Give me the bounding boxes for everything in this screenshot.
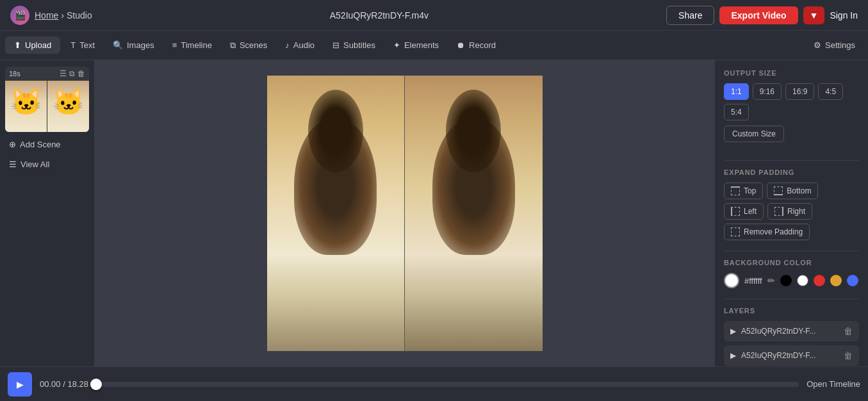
upload-button[interactable]: ⬆ Upload bbox=[5, 37, 60, 54]
scene-list-icon[interactable]: ☰ bbox=[60, 69, 67, 78]
scenes-icon: ⧉ bbox=[230, 40, 236, 51]
scenes-button[interactable]: ⧉ Scenes bbox=[222, 37, 275, 54]
ratio-5-4[interactable]: 5:4 bbox=[724, 104, 749, 120]
padding-top-icon bbox=[731, 186, 740, 195]
ratio-1-1[interactable]: 1:1 bbox=[724, 83, 749, 100]
video-left bbox=[267, 76, 405, 351]
padding-left-icon bbox=[731, 207, 740, 216]
breadcrumb-current: Studio bbox=[67, 10, 92, 20]
swatch-orange[interactable] bbox=[830, 275, 842, 286]
breadcrumb-separator: › bbox=[61, 10, 64, 20]
ratio-4-5[interactable]: 4:5 bbox=[818, 83, 843, 100]
export-video-button[interactable]: Export Video bbox=[719, 6, 798, 24]
scene-copy-icon[interactable]: ⧉ bbox=[69, 69, 75, 78]
upload-icon: ⬆ bbox=[14, 40, 21, 50]
bg-color-picker[interactable] bbox=[724, 273, 739, 288]
subtitles-icon: ⊟ bbox=[332, 40, 340, 50]
padding-top-button[interactable]: Top bbox=[724, 183, 763, 199]
cat-frame-left bbox=[267, 76, 405, 351]
top-bar-right: Share Export Video ▼ Sign In bbox=[666, 6, 858, 25]
thumb-left bbox=[5, 81, 47, 132]
bg-color-section: #ffffff ✏ bbox=[724, 273, 859, 288]
toolbar-right: ⚙ Settings bbox=[806, 37, 863, 54]
eyedropper-icon[interactable]: ✏ bbox=[767, 275, 775, 286]
thumb-img-container bbox=[5, 81, 89, 132]
elements-button[interactable]: ✦ Elements bbox=[386, 37, 446, 54]
swatch-red[interactable] bbox=[814, 275, 825, 286]
layer-item[interactable]: ▶ A52IuQRyR2tnDY-F... 🗑 bbox=[724, 345, 859, 366]
video-right bbox=[405, 76, 543, 351]
output-size-title: OUTPUT SIZE bbox=[724, 69, 859, 77]
images-button[interactable]: 🔍 Images bbox=[105, 37, 162, 54]
top-bar-left: 🎬 Home › Studio bbox=[10, 6, 92, 25]
open-timeline-button[interactable]: Open Timeline bbox=[807, 379, 860, 389]
current-time: 00.00 bbox=[40, 379, 61, 389]
toolbar: ⬆ Upload T Text 🔍 Images ≡ Timeline ⧉ Sc… bbox=[0, 31, 868, 60]
remove-padding-icon bbox=[731, 227, 740, 236]
add-scene-button[interactable]: ⊕ Add Scene bbox=[5, 137, 89, 152]
ratio-16-9[interactable]: 16:9 bbox=[785, 83, 814, 100]
view-all-button[interactable]: ☰ View All bbox=[5, 157, 89, 172]
audio-button[interactable]: ♪ Audio bbox=[277, 37, 322, 54]
divider-1 bbox=[724, 160, 859, 161]
canvas-area bbox=[95, 60, 714, 366]
text-button[interactable]: T Text bbox=[63, 37, 102, 54]
padding-left-button[interactable]: Left bbox=[724, 203, 764, 220]
total-time: 18.28 bbox=[67, 379, 88, 389]
record-icon: ⏺ bbox=[457, 40, 465, 50]
layer-name-1: A52IuQRyR2tnDY-F... bbox=[741, 327, 839, 336]
padding-right-button[interactable]: Right bbox=[767, 203, 812, 220]
layer-play-icon-2: ▶ bbox=[730, 351, 736, 360]
expand-padding-title: EXPAND PADDING bbox=[724, 168, 859, 176]
layer-delete-icon-1[interactable]: 🗑 bbox=[844, 326, 853, 336]
breadcrumb-home[interactable]: Home bbox=[35, 10, 58, 20]
share-button[interactable]: Share bbox=[666, 6, 714, 25]
time-separator: / bbox=[63, 379, 65, 389]
ratio-9-16[interactable]: 9:16 bbox=[753, 83, 782, 100]
padding-bottom-button[interactable]: Bottom bbox=[767, 183, 818, 199]
record-button[interactable]: ⏺ Record bbox=[449, 37, 504, 54]
cat-frame-right bbox=[405, 76, 543, 351]
play-icon: ▶ bbox=[17, 379, 24, 389]
timeline-button[interactable]: ≡ Timeline bbox=[165, 37, 220, 54]
cat-image-right bbox=[47, 81, 89, 132]
cat-image-left bbox=[5, 81, 47, 132]
top-bar: 🎬 Home › Studio A52IuQRyR2tnDY-F.m4v Sha… bbox=[0, 0, 868, 31]
ratio-buttons: 1:1 9:16 16:9 4:5 5:4 bbox=[724, 83, 859, 120]
swatch-blue[interactable] bbox=[847, 275, 858, 286]
timeline-track[interactable] bbox=[96, 382, 799, 387]
settings-icon: ⚙ bbox=[814, 40, 821, 50]
subtitles-button[interactable]: ⊟ Subtitles bbox=[325, 37, 383, 54]
layer-name-2: A52IuQRyR2tnDY-F... bbox=[741, 351, 839, 360]
timeline-thumb[interactable] bbox=[90, 379, 102, 390]
scene-delete-icon[interactable]: 🗑 bbox=[78, 69, 85, 78]
padding-section: Top Bottom Left Right Remove Padding bbox=[724, 183, 859, 240]
sign-in-button[interactable]: Sign In bbox=[830, 10, 858, 20]
breadcrumb: Home › Studio bbox=[35, 10, 92, 20]
view-all-icon: ☰ bbox=[9, 160, 17, 169]
export-dropdown-button[interactable]: ▼ bbox=[803, 6, 825, 24]
layers-section: ▶ A52IuQRyR2tnDY-F... 🗑 ▶ A52IuQRyR2tnDY… bbox=[724, 321, 859, 366]
remove-padding-button[interactable]: Remove Padding bbox=[724, 224, 810, 240]
swatch-black[interactable] bbox=[780, 275, 792, 286]
timeline-bar: ▶ 00.00 / 18.28 Open Timeline bbox=[0, 366, 868, 401]
add-scene-icon: ⊕ bbox=[9, 140, 16, 149]
elements-icon: ✦ bbox=[393, 40, 400, 50]
layer-item[interactable]: ▶ A52IuQRyR2tnDY-F... 🗑 bbox=[724, 321, 859, 341]
scene-thumbnail[interactable]: 18s ☰ ⧉ 🗑 bbox=[5, 67, 89, 132]
layers-title: LAYERS bbox=[724, 307, 859, 315]
settings-button[interactable]: ⚙ Settings bbox=[806, 37, 863, 54]
padding-bottom-icon bbox=[774, 186, 783, 195]
padding-right-icon bbox=[774, 207, 783, 216]
play-button[interactable]: ▶ bbox=[8, 372, 32, 397]
divider-2 bbox=[724, 250, 859, 251]
swatch-white[interactable] bbox=[797, 275, 808, 286]
layer-play-icon-1: ▶ bbox=[730, 327, 736, 336]
text-icon: T bbox=[70, 40, 76, 50]
divider-3 bbox=[724, 299, 859, 299]
bg-color-title: BACKGROUND COLOR bbox=[724, 259, 859, 266]
layer-delete-icon-2[interactable]: 🗑 bbox=[844, 350, 853, 361]
custom-size-button[interactable]: Custom Size bbox=[724, 126, 784, 142]
scene-duration: 18s bbox=[9, 70, 20, 78]
video-canvas bbox=[267, 76, 543, 351]
